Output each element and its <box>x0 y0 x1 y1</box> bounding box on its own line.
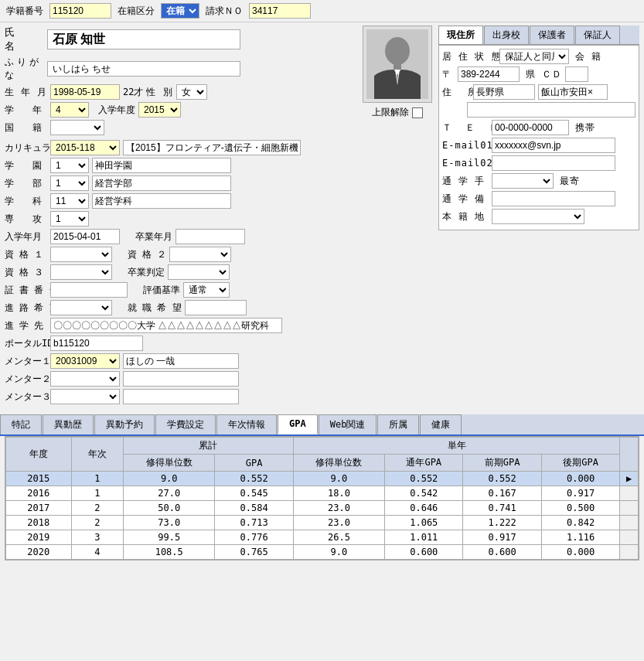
hyouka-select[interactable]: 通常 <box>183 282 230 298</box>
mentor2-name-input[interactable] <box>123 371 239 387</box>
tab-ido-yoyaku[interactable]: 異動予約 <box>94 414 155 434</box>
kokuseki-select[interactable] <box>50 120 104 135</box>
gender-select[interactable]: 女 男 <box>176 84 207 100</box>
shikaku2-select[interactable] <box>169 247 231 262</box>
mentor2-select[interactable] <box>50 371 120 387</box>
seikyuno-label: 請求ＮＯ <box>206 5 243 18</box>
yuubinbango-input[interactable] <box>458 66 520 82</box>
tab-gpa[interactable]: GPA <box>278 414 318 434</box>
tab-web[interactable]: Web関連 <box>319 414 377 434</box>
zaireki-select[interactable]: 在籍 <box>161 3 199 19</box>
tab-shushinko[interactable]: 出身校 <box>484 26 529 44</box>
cell-nenzi: 1 <box>71 472 124 486</box>
tab-nenzi-joho[interactable]: 年次情報 <box>216 414 277 434</box>
cell-arrow: ▶ <box>620 472 639 486</box>
cell-r-gpa: 0.552 <box>215 472 293 486</box>
th-koki-gpa: 後期GPA <box>541 455 619 472</box>
nyugaku-select[interactable]: 2015 <box>138 102 181 118</box>
curriculum-select[interactable]: 2015-118 <box>50 140 120 155</box>
gpa-table-row[interactable]: 2017 2 50.0 0.584 23.0 0.646 0.741 0.500 <box>6 501 639 516</box>
shikaku1-select[interactable] <box>50 247 112 262</box>
shosho-input[interactable] <box>50 282 128 298</box>
birth-input[interactable] <box>50 84 120 100</box>
shikaku3-select[interactable] <box>50 264 112 280</box>
cell-r-gpa: 0.765 <box>215 545 293 560</box>
cd-input[interactable] <box>565 66 588 82</box>
jougen-row: 上限解除 <box>372 106 423 119</box>
nyugaku-month-label: 入学年月 <box>5 230 47 244</box>
address2-input[interactable] <box>467 102 635 118</box>
tab-tokki[interactable]: 特記 <box>0 414 42 434</box>
th-nendo: 年度 <box>6 438 72 472</box>
cell-nendo: 2019 <box>6 530 72 545</box>
email2-row: E-mail02 <box>442 155 635 171</box>
cell-arrow <box>620 545 639 560</box>
furigana-row: ふりがな <box>5 56 356 82</box>
gakuen-select[interactable]: 1 <box>50 158 89 173</box>
shushoku-input[interactable] <box>185 300 247 315</box>
senkou-select[interactable]: 1 <box>50 211 89 227</box>
mentor1-label: メンター１ <box>5 355 47 368</box>
city-input[interactable] <box>538 84 608 100</box>
tab-hogo[interactable]: 保護者 <box>530 26 574 44</box>
birth-label: 生 年 月 日 <box>5 86 47 99</box>
mentor3-select[interactable] <box>50 389 120 404</box>
cell-t-gpa: 0.646 <box>385 501 463 516</box>
tel-input[interactable] <box>492 120 569 135</box>
cell-k-gpa: 0.842 <box>541 516 619 530</box>
name-input[interactable] <box>47 29 240 49</box>
furigana-input[interactable] <box>47 61 240 77</box>
cell-r-units: 9.0 <box>124 472 215 486</box>
tsugaku-select[interactable] <box>492 173 554 189</box>
tab-genjyusho[interactable]: 現住所 <box>438 26 483 44</box>
gpa-table-row[interactable]: 2019 3 99.5 0.776 26.5 1.011 0.917 1.116 <box>6 530 639 545</box>
curriculum-desc-input[interactable] <box>123 140 301 155</box>
mentor1-name-input[interactable] <box>123 353 239 369</box>
sotsugyou-hantei-select[interactable] <box>168 264 230 280</box>
jougen-checkbox[interactable] <box>412 107 423 118</box>
jyutai-select[interactable]: 保証人と同居 <box>499 49 569 64</box>
tsugaku-biko-input[interactable] <box>492 191 615 206</box>
gpa-table-row[interactable]: 2016 1 27.0 0.545 18.0 0.542 0.167 0.917 <box>6 486 639 501</box>
shingaku-label: 進 学 先 <box>5 319 47 332</box>
portal-input[interactable] <box>50 336 143 351</box>
gpa-table-row[interactable]: 2020 4 108.5 0.765 9.0 0.600 0.600 0.000 <box>6 545 639 560</box>
tab-gakuhi[interactable]: 学費設定 <box>155 414 216 434</box>
cell-nenzi: 2 <box>71 516 124 530</box>
gpa-table-row[interactable]: 2015 1 9.0 0.552 9.0 0.552 0.552 0.000 ▶ <box>6 472 639 486</box>
nyugaku-month-input[interactable] <box>50 229 120 244</box>
cell-k-gpa: 0.000 <box>541 545 619 560</box>
mentor1-select[interactable]: 20031009 <box>50 353 120 369</box>
shingaku-input[interactable] <box>50 318 282 333</box>
name-row: 氏 名 <box>5 26 356 53</box>
kokuseki-row: 国 籍 <box>5 120 356 135</box>
name-section: 氏 名 ふりがな 生 年 月 日 22才 性 別 <box>5 26 356 138</box>
gakka-name-input[interactable] <box>92 193 231 209</box>
age-label: 22才 <box>123 86 143 99</box>
seikyuno-input[interactable] <box>249 3 311 19</box>
sotsugyou-input[interactable] <box>175 229 245 244</box>
tsugaku-biko-label: 通 学 備 考 <box>442 193 489 206</box>
honseki-select[interactable] <box>492 209 584 224</box>
th-zenki-gpa: 前期GPA <box>463 455 541 472</box>
mentor1-row: メンター１ 20031009 <box>5 353 432 369</box>
email2-input[interactable] <box>492 155 615 171</box>
gpa-table-row[interactable]: 2018 2 73.0 0.713 23.0 1.065 1.222 0.842 <box>6 516 639 530</box>
tab-hosho[interactable]: 保証人 <box>575 26 620 44</box>
portrait-svg <box>366 29 428 99</box>
gakubu-select[interactable]: 1 <box>50 175 89 191</box>
gakunen-select[interactable]: 4 <box>50 102 89 118</box>
tab-kenko[interactable]: 健康 <box>420 414 462 434</box>
zaireki-label: 在籍区分 <box>118 5 155 18</box>
tab-idoreki[interactable]: 異動歴 <box>43 414 94 434</box>
gakubu-name-input[interactable] <box>92 175 231 191</box>
tab-syozoku[interactable]: 所属 <box>377 414 419 434</box>
gakuseki-input[interactable] <box>49 3 111 19</box>
gakuen-name-input[interactable] <box>92 158 231 173</box>
gpa-table: 年度 年次 累計 単年 修得単位数 GPA 修得単位数 通年GPA 前期GPA … <box>5 437 639 560</box>
shinro-select[interactable] <box>50 300 112 315</box>
gakka-select[interactable]: 11 <box>50 193 89 209</box>
email1-input[interactable] <box>492 138 615 153</box>
mentor3-name-input[interactable] <box>123 389 239 404</box>
ken-input[interactable] <box>473 84 535 100</box>
